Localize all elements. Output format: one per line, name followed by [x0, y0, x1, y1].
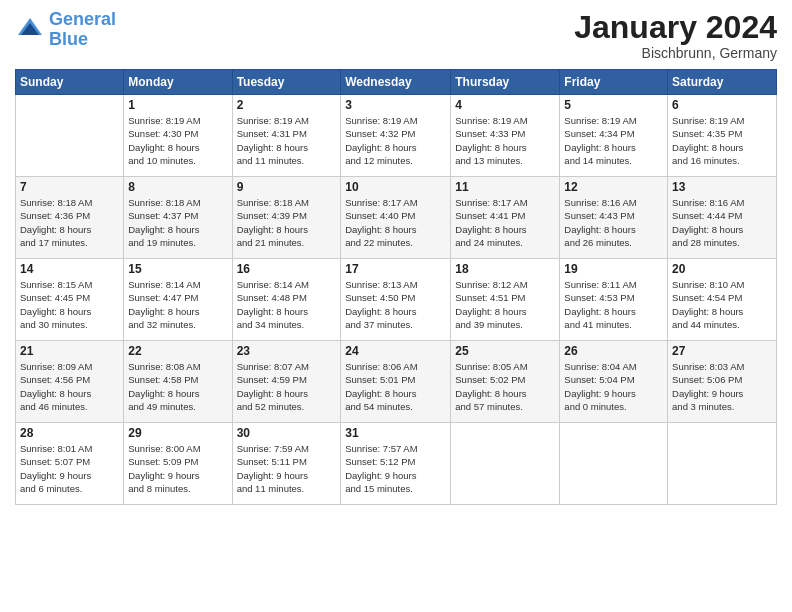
day-number: 14 — [20, 262, 119, 276]
calendar-cell: 4Sunrise: 8:19 AMSunset: 4:33 PMDaylight… — [451, 95, 560, 177]
day-info: Sunrise: 8:19 AMSunset: 4:32 PMDaylight:… — [345, 114, 446, 167]
weekday-header-saturday: Saturday — [668, 70, 777, 95]
calendar-cell: 11Sunrise: 8:17 AMSunset: 4:41 PMDayligh… — [451, 177, 560, 259]
calendar-cell: 19Sunrise: 8:11 AMSunset: 4:53 PMDayligh… — [560, 259, 668, 341]
calendar-cell: 2Sunrise: 8:19 AMSunset: 4:31 PMDaylight… — [232, 95, 341, 177]
day-info: Sunrise: 8:00 AMSunset: 5:09 PMDaylight:… — [128, 442, 227, 495]
day-number: 10 — [345, 180, 446, 194]
day-number: 19 — [564, 262, 663, 276]
calendar-cell: 20Sunrise: 8:10 AMSunset: 4:54 PMDayligh… — [668, 259, 777, 341]
day-info: Sunrise: 8:18 AMSunset: 4:39 PMDaylight:… — [237, 196, 337, 249]
day-number: 20 — [672, 262, 772, 276]
location: Bischbrunn, Germany — [574, 45, 777, 61]
calendar-cell — [668, 423, 777, 505]
day-info: Sunrise: 8:03 AMSunset: 5:06 PMDaylight:… — [672, 360, 772, 413]
calendar-cell: 14Sunrise: 8:15 AMSunset: 4:45 PMDayligh… — [16, 259, 124, 341]
day-number: 1 — [128, 98, 227, 112]
calendar-cell: 31Sunrise: 7:57 AMSunset: 5:12 PMDayligh… — [341, 423, 451, 505]
day-info: Sunrise: 7:59 AMSunset: 5:11 PMDaylight:… — [237, 442, 337, 495]
calendar-cell: 24Sunrise: 8:06 AMSunset: 5:01 PMDayligh… — [341, 341, 451, 423]
day-info: Sunrise: 8:12 AMSunset: 4:51 PMDaylight:… — [455, 278, 555, 331]
day-number: 16 — [237, 262, 337, 276]
header: General Blue January 2024 Bischbrunn, Ge… — [15, 10, 777, 61]
calendar-cell: 30Sunrise: 7:59 AMSunset: 5:11 PMDayligh… — [232, 423, 341, 505]
day-number: 3 — [345, 98, 446, 112]
day-number: 21 — [20, 344, 119, 358]
logo: General Blue — [15, 10, 116, 50]
calendar-cell: 28Sunrise: 8:01 AMSunset: 5:07 PMDayligh… — [16, 423, 124, 505]
calendar-cell: 1Sunrise: 8:19 AMSunset: 4:30 PMDaylight… — [124, 95, 232, 177]
day-info: Sunrise: 8:16 AMSunset: 4:44 PMDaylight:… — [672, 196, 772, 249]
day-info: Sunrise: 8:19 AMSunset: 4:33 PMDaylight:… — [455, 114, 555, 167]
day-number: 15 — [128, 262, 227, 276]
weekday-header-tuesday: Tuesday — [232, 70, 341, 95]
day-number: 7 — [20, 180, 119, 194]
page: General Blue January 2024 Bischbrunn, Ge… — [0, 0, 792, 612]
day-number: 12 — [564, 180, 663, 194]
calendar-cell — [560, 423, 668, 505]
weekday-header-sunday: Sunday — [16, 70, 124, 95]
day-info: Sunrise: 8:04 AMSunset: 5:04 PMDaylight:… — [564, 360, 663, 413]
day-info: Sunrise: 8:19 AMSunset: 4:35 PMDaylight:… — [672, 114, 772, 167]
day-number: 27 — [672, 344, 772, 358]
calendar-cell: 27Sunrise: 8:03 AMSunset: 5:06 PMDayligh… — [668, 341, 777, 423]
day-number: 11 — [455, 180, 555, 194]
calendar-cell: 15Sunrise: 8:14 AMSunset: 4:47 PMDayligh… — [124, 259, 232, 341]
calendar-cell: 12Sunrise: 8:16 AMSunset: 4:43 PMDayligh… — [560, 177, 668, 259]
calendar-header: SundayMondayTuesdayWednesdayThursdayFrid… — [16, 70, 777, 95]
day-info: Sunrise: 8:14 AMSunset: 4:48 PMDaylight:… — [237, 278, 337, 331]
logo-general: General — [49, 9, 116, 29]
calendar-cell: 9Sunrise: 8:18 AMSunset: 4:39 PMDaylight… — [232, 177, 341, 259]
day-info: Sunrise: 8:07 AMSunset: 4:59 PMDaylight:… — [237, 360, 337, 413]
day-number: 23 — [237, 344, 337, 358]
day-info: Sunrise: 8:16 AMSunset: 4:43 PMDaylight:… — [564, 196, 663, 249]
calendar-cell — [451, 423, 560, 505]
day-info: Sunrise: 8:17 AMSunset: 4:41 PMDaylight:… — [455, 196, 555, 249]
day-info: Sunrise: 8:14 AMSunset: 4:47 PMDaylight:… — [128, 278, 227, 331]
day-number: 18 — [455, 262, 555, 276]
day-info: Sunrise: 8:19 AMSunset: 4:31 PMDaylight:… — [237, 114, 337, 167]
day-info: Sunrise: 8:18 AMSunset: 4:37 PMDaylight:… — [128, 196, 227, 249]
day-number: 25 — [455, 344, 555, 358]
calendar-cell: 5Sunrise: 8:19 AMSunset: 4:34 PMDaylight… — [560, 95, 668, 177]
calendar-cell: 21Sunrise: 8:09 AMSunset: 4:56 PMDayligh… — [16, 341, 124, 423]
calendar-week-4: 28Sunrise: 8:01 AMSunset: 5:07 PMDayligh… — [16, 423, 777, 505]
calendar-cell — [16, 95, 124, 177]
day-info: Sunrise: 8:17 AMSunset: 4:40 PMDaylight:… — [345, 196, 446, 249]
calendar-cell: 3Sunrise: 8:19 AMSunset: 4:32 PMDaylight… — [341, 95, 451, 177]
day-number: 28 — [20, 426, 119, 440]
day-info: Sunrise: 8:01 AMSunset: 5:07 PMDaylight:… — [20, 442, 119, 495]
day-number: 13 — [672, 180, 772, 194]
calendar-cell: 22Sunrise: 8:08 AMSunset: 4:58 PMDayligh… — [124, 341, 232, 423]
day-number: 26 — [564, 344, 663, 358]
weekday-header-friday: Friday — [560, 70, 668, 95]
day-number: 30 — [237, 426, 337, 440]
weekday-row: SundayMondayTuesdayWednesdayThursdayFrid… — [16, 70, 777, 95]
calendar-cell: 26Sunrise: 8:04 AMSunset: 5:04 PMDayligh… — [560, 341, 668, 423]
logo-blue: Blue — [49, 29, 88, 49]
calendar-cell: 29Sunrise: 8:00 AMSunset: 5:09 PMDayligh… — [124, 423, 232, 505]
day-number: 24 — [345, 344, 446, 358]
day-number: 2 — [237, 98, 337, 112]
calendar-body: 1Sunrise: 8:19 AMSunset: 4:30 PMDaylight… — [16, 95, 777, 505]
day-info: Sunrise: 8:09 AMSunset: 4:56 PMDaylight:… — [20, 360, 119, 413]
weekday-header-wednesday: Wednesday — [341, 70, 451, 95]
day-number: 31 — [345, 426, 446, 440]
calendar-cell: 10Sunrise: 8:17 AMSunset: 4:40 PMDayligh… — [341, 177, 451, 259]
day-number: 5 — [564, 98, 663, 112]
calendar-week-1: 7Sunrise: 8:18 AMSunset: 4:36 PMDaylight… — [16, 177, 777, 259]
day-info: Sunrise: 8:19 AMSunset: 4:34 PMDaylight:… — [564, 114, 663, 167]
calendar-week-3: 21Sunrise: 8:09 AMSunset: 4:56 PMDayligh… — [16, 341, 777, 423]
day-info: Sunrise: 8:05 AMSunset: 5:02 PMDaylight:… — [455, 360, 555, 413]
calendar-cell: 25Sunrise: 8:05 AMSunset: 5:02 PMDayligh… — [451, 341, 560, 423]
day-info: Sunrise: 8:10 AMSunset: 4:54 PMDaylight:… — [672, 278, 772, 331]
calendar-cell: 7Sunrise: 8:18 AMSunset: 4:36 PMDaylight… — [16, 177, 124, 259]
logo-icon — [15, 15, 45, 45]
day-info: Sunrise: 8:11 AMSunset: 4:53 PMDaylight:… — [564, 278, 663, 331]
day-info: Sunrise: 8:19 AMSunset: 4:30 PMDaylight:… — [128, 114, 227, 167]
day-number: 9 — [237, 180, 337, 194]
day-number: 8 — [128, 180, 227, 194]
day-number: 6 — [672, 98, 772, 112]
calendar-cell: 6Sunrise: 8:19 AMSunset: 4:35 PMDaylight… — [668, 95, 777, 177]
logo-text: General Blue — [49, 10, 116, 50]
